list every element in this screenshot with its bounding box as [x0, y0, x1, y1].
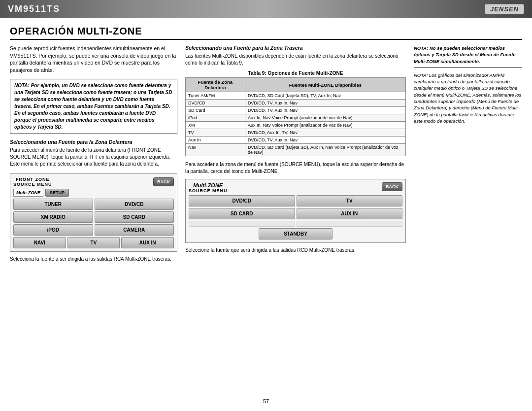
right-column: NOTA: No se pueden seleccionar medios óp…	[414, 45, 522, 394]
mz-multizone-label: Multi-ZONE	[193, 182, 223, 188]
table-cell-sources: Aux In, Nav Voice Prompt (analizador de …	[245, 122, 405, 129]
rear-zone-text: Las fuentes Multi-ZONE disponibles depen…	[185, 53, 406, 67]
seleccione-text: Seleccione la fuente que será dirigida a…	[185, 247, 406, 254]
mz-auxin-button[interactable]: AUX IN	[297, 208, 403, 219]
multizone-setup-label: Multi-ZONE	[13, 189, 43, 197]
page-number: 57	[263, 398, 269, 404]
table-cell-sources: DVD/CD, TV, Aux In, Nav	[245, 137, 405, 144]
mz-standby-button[interactable]: STANDBY	[259, 228, 332, 240]
navi-button[interactable]: NAVI	[13, 237, 66, 248]
setup-row: Multi-ZONE SETUP	[13, 189, 174, 197]
back-button[interactable]: BACK	[153, 177, 174, 186]
mz-button-grid-row3	[189, 221, 402, 227]
header: VM9511TS JENSEN	[0, 0, 532, 18]
table-row: TV DVD/CD, Aux In, TV, Nav	[186, 129, 406, 137]
table-cell-zone: Tuner AM/FM	[186, 92, 245, 100]
multizone-source-menu: Multi-ZONE SOURCE MENU BACK DVD/CD TV SD…	[185, 179, 406, 243]
table-cell-zone: SD Card	[186, 107, 245, 114]
left-column: Se puede reproducir fuentes independient…	[10, 45, 177, 394]
mz-button-grid-row2: SD CARD AUX IN	[189, 208, 402, 219]
header-title: VM9511TS	[8, 4, 60, 14]
table-cell-sources: DVD/CD, TV, Aux In, Nav	[245, 100, 405, 107]
front-zone-heading: Seleccionando una Fuente para la Zona De…	[10, 139, 177, 145]
rear-zone-heading: Seleccionando una Fuente para la Zona Tr…	[185, 45, 406, 51]
tuner-button[interactable]: TUNER	[13, 199, 93, 210]
table-header-sources: Fuentes Multi-ZONE Disponibles	[245, 78, 405, 92]
source-button-grid-3col: NAVI TV AUX IN	[13, 237, 174, 248]
front-zone-text: Para acceder al menú de fuente de la zon…	[10, 147, 177, 168]
mz-back-button[interactable]: BACK	[382, 182, 402, 191]
camera-button[interactable]: CAMERA	[95, 224, 174, 236]
table-caption: Tabla 9: Opciones de Fuente Multi-ZONE	[185, 70, 406, 76]
mz-dvdcd-button[interactable]: DVD/CD	[189, 195, 295, 206]
front-zone-source-menu: FRONT ZONE SOURCE MENU BACK Multi-ZONE S…	[10, 173, 177, 252]
dvdcd-button-front[interactable]: DVD/CD	[95, 199, 174, 210]
mz-source-label: SOURCE MENU	[189, 188, 228, 193]
table-cell-sources: DVD/CD, SD Card (tarjeta SD), Aux In, Na…	[245, 144, 405, 156]
mz-sdcard-button[interactable]: SD CARD	[189, 208, 295, 219]
table-cell-sources: Aux In, Nav Voice Prompt (analizador de …	[245, 114, 405, 122]
mz-standby-row: STANDBY	[189, 228, 402, 240]
table-cell-zone: TV	[186, 129, 245, 137]
mz-empty-btn-left	[189, 221, 295, 227]
ipod-button[interactable]: iPOD	[13, 224, 93, 236]
setup-button[interactable]: SETUP	[45, 189, 69, 197]
mz-tv-button[interactable]: TV	[297, 195, 403, 206]
source-menu-label: SOURCE MENU	[13, 182, 52, 187]
mz-header: Multi-ZONE SOURCE MENU BACK	[189, 182, 402, 193]
aux-in-button-front[interactable]: AUX IN	[121, 237, 174, 248]
mz-title: Multi-ZONE	[193, 182, 223, 188]
table-cell-zone: XM	[186, 122, 245, 129]
sd-card-button-front[interactable]: SD CARD	[95, 211, 174, 223]
source-button-grid-2col: TUNER DVD/CD XM RADIO SD CARD iPOD CAMER…	[13, 199, 174, 236]
table-row: XM Aux In, Nav Voice Prompt (analizador …	[186, 122, 406, 129]
table-cell-sources: DVD/CD, SD Card (tarjeta SD), TV, Aux In…	[245, 92, 405, 100]
table-header-zone: Fuente de Zona Delantera	[186, 78, 245, 92]
jensen-logo: JENSEN	[485, 4, 524, 14]
tv-button-front[interactable]: TV	[67, 237, 120, 248]
right-note1: NOTA: No se pueden seleccionar medios óp…	[414, 45, 522, 68]
left-bottom-note: Selecciona la fuente a ser dirigida a la…	[10, 256, 177, 263]
table-row: Tuner AM/FM DVD/CD, SD Card (tarjeta SD)…	[186, 92, 406, 100]
right-note2: NOTA: Los gráficos del sintonizador AM/F…	[414, 72, 522, 124]
content-area: Se puede reproducir fuentes independient…	[10, 45, 522, 394]
middle-column: Seleccionando una Fuente para la Zona Tr…	[185, 45, 406, 394]
table-row: SD Card DVD/CD, TV, Aux In, Nav	[186, 107, 406, 114]
mz-button-grid-row1: DVD/CD TV	[189, 195, 402, 206]
table-row: Aux In DVD/CD, TV, Aux In, Nav	[186, 137, 406, 144]
table-cell-sources: DVD/CD, Aux In, TV, Nav	[245, 129, 405, 137]
page-title: OPERACIÓN MULTI-ZONE	[10, 26, 522, 40]
page-footer: 57	[10, 396, 522, 406]
table-cell-sources: DVD/CD, TV, Aux In, Nav	[245, 107, 405, 114]
table-cell-zone: iPod	[186, 114, 245, 122]
access-text: Para acceder a la zona de menú de fuente…	[185, 161, 406, 175]
xm-radio-button[interactable]: XM RADIO	[13, 211, 93, 223]
main-content: OPERACIÓN MULTI-ZONE Se puede reproducir…	[0, 18, 532, 411]
multizone-text: Multi-ZONE	[16, 190, 40, 195]
front-zone-label: FRONT ZONE	[16, 177, 50, 182]
table-cell-zone: Aux In	[186, 137, 245, 144]
table-row: iPod Aux In, Nav Voice Prompt (analizado…	[186, 114, 406, 122]
table-cell-zone: DVD/CD	[186, 100, 245, 107]
left-note-box: NOTA: Por ejemplo, un DVD se selecciona …	[10, 79, 177, 134]
intro-text: Se puede reproducir fuentes independient…	[10, 45, 177, 74]
table-row: Nav DVD/CD, SD Card (tarjeta SD), Aux In…	[186, 144, 406, 156]
mz-title-block: Multi-ZONE SOURCE MENU	[189, 182, 228, 193]
source-menu-header: FRONT ZONE SOURCE MENU BACK	[13, 177, 174, 187]
left-note-text: NOTA: Por ejemplo, un DVD se selecciona …	[14, 83, 172, 130]
mz-empty-btn-right	[297, 221, 403, 227]
table-cell-zone: Nav	[186, 144, 245, 156]
source-menu-title-block: FRONT ZONE SOURCE MENU	[13, 177, 52, 187]
table-row: DVD/CD DVD/CD, TV, Aux In, Nav	[186, 100, 406, 107]
options-table: Fuente de Zona Delantera Fuentes Multi-Z…	[185, 77, 406, 156]
